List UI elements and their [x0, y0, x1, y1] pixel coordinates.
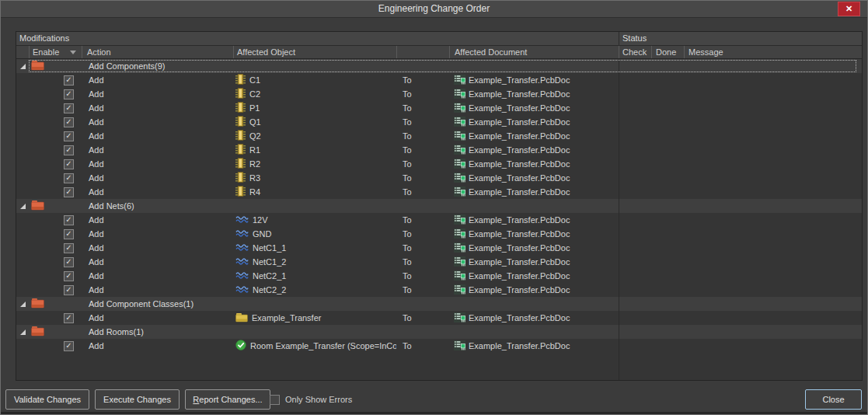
enable-checkbox[interactable]: ✓ — [64, 271, 74, 281]
modification-row[interactable]: ✓ Add 12V To Example_Transfer.PcbDoc — [16, 213, 862, 227]
expand-triangle-icon[interactable] — [20, 204, 26, 209]
component-icon — [235, 102, 246, 114]
affected-document-label: Example_Transfer.PcbDoc — [469, 145, 570, 155]
object-icon-slot — [235, 215, 249, 225]
affected-object-label: R4 — [249, 187, 260, 197]
affected-document-cell: Example_Transfer.PcbDoc — [449, 214, 619, 226]
preposition-cell: To — [396, 341, 449, 350]
expand-triangle-icon[interactable] — [20, 64, 26, 69]
affected-document-cell: Example_Transfer.PcbDoc — [449, 173, 619, 184]
enable-checkbox[interactable]: ✓ — [64, 243, 74, 253]
status-column-separator — [619, 59, 619, 380]
modification-row[interactable]: ✓ Add Room Example_Transfer (Scope=InCor… — [16, 339, 862, 353]
enable-checkbox[interactable]: ✓ — [64, 187, 74, 197]
modification-row[interactable]: ✓ Add R2 To Example_Transfer.PcbDoc — [16, 157, 862, 171]
only-show-errors-label[interactable]: Only Show Errors — [285, 395, 352, 405]
enable-checkbox[interactable]: ✓ — [64, 117, 74, 127]
enable-checkbox[interactable]: ✓ — [64, 145, 74, 155]
modification-row[interactable]: ✓ Add Q1 To Example_Transfer.PcbDoc — [16, 115, 862, 129]
affected-document-column-header[interactable]: Affected Document — [449, 46, 619, 58]
message-column-header[interactable]: Message — [684, 46, 862, 58]
report-changes-button[interactable]: Report Changes... — [185, 389, 270, 410]
folder-icon-orange — [31, 326, 44, 338]
pcbdoc-icon — [454, 117, 465, 128]
pcbdoc-icon — [454, 284, 465, 296]
expand-triangle-icon[interactable] — [20, 302, 26, 307]
component-icon — [235, 130, 246, 142]
preposition-cell: To — [396, 89, 449, 99]
close-button[interactable]: ✕ — [838, 2, 860, 16]
enable-checkbox[interactable]: ✓ — [64, 257, 74, 267]
document-icon-slot — [454, 284, 465, 296]
enable-checkbox[interactable]: ✓ — [64, 313, 74, 323]
modification-row[interactable]: ✓ Add NetC2_1 To Example_Transfer.PcbDoc — [16, 269, 862, 283]
enable-checkbox[interactable]: ✓ — [64, 229, 74, 239]
enable-checkbox[interactable]: ✓ — [64, 103, 74, 113]
title-bar[interactable]: Engineering Change Order ✕ — [1, 1, 867, 18]
execute-changes-button[interactable]: Execute Changes — [95, 389, 180, 410]
modification-row[interactable]: ✓ Add NetC2_2 To Example_Transfer.PcbDoc — [16, 283, 862, 297]
modification-row[interactable]: ✓ Add C1 To Example_Transfer.PcbDoc — [16, 73, 862, 87]
enable-checkbox[interactable]: ✓ — [64, 173, 74, 183]
expand-collapse-control[interactable] — [16, 302, 29, 307]
affected-document-cell: Example_Transfer.PcbDoc — [449, 131, 619, 142]
enable-column-header[interactable]: Enable — [29, 46, 82, 58]
expand-collapse-control[interactable] — [16, 330, 29, 335]
modification-row[interactable]: ✓ Add NetC1_2 To Example_Transfer.PcbDoc — [16, 255, 862, 269]
component-icon — [235, 172, 246, 184]
affected-object-label: Q2 — [249, 131, 261, 141]
modification-row[interactable]: ✓ Add Q2 To Example_Transfer.PcbDoc — [16, 129, 862, 143]
group-label: Add Rooms(1) — [89, 327, 144, 337]
object-icon-slot — [235, 271, 249, 281]
enable-checkbox[interactable]: ✓ — [64, 159, 74, 169]
action-cell: Add — [82, 215, 233, 225]
modification-row[interactable]: ✓ Add NetC1_1 To Example_Transfer.PcbDoc — [16, 241, 862, 255]
group-row[interactable]: Add Components(9) — [16, 59, 862, 73]
modification-row[interactable]: ✓ Add C2 To Example_Transfer.PcbDoc — [16, 87, 862, 101]
affected-object-cell: Q2 — [233, 130, 396, 142]
expand-collapse-control[interactable] — [16, 204, 29, 209]
done-column-header[interactable]: Done — [651, 46, 684, 58]
preposition-column-header[interactable] — [396, 46, 449, 58]
enable-checkbox[interactable]: ✓ — [64, 215, 74, 225]
object-icon-slot — [235, 116, 246, 128]
enable-checkbox[interactable]: ✓ — [64, 75, 74, 85]
document-icon-slot — [454, 228, 465, 240]
modification-row[interactable]: ✓ Add R1 To Example_Transfer.PcbDoc — [16, 143, 862, 157]
close-dialog-button[interactable]: Close — [805, 389, 862, 410]
only-show-errors-checkbox[interactable] — [270, 395, 280, 405]
affected-document-cell: Example_Transfer.PcbDoc — [449, 284, 619, 296]
affected-document-cell: Example_Transfer.PcbDoc — [449, 75, 619, 86]
validate-changes-button[interactable]: Validate Changes — [5, 389, 89, 410]
modification-row[interactable]: ✓ Add Example_Transfer To Example_Transf… — [16, 311, 862, 325]
affected-object-label: P1 — [249, 103, 260, 113]
enable-checkbox[interactable]: ✓ — [64, 89, 74, 99]
enable-checkbox[interactable]: ✓ — [64, 341, 74, 351]
affected-object-label: NetC2_1 — [253, 271, 286, 281]
expand-triangle-icon[interactable] — [20, 330, 26, 335]
document-icon-slot — [454, 256, 465, 268]
modification-row[interactable]: ✓ Add R3 To Example_Transfer.PcbDoc — [16, 171, 862, 185]
pcbdoc-icon — [454, 89, 465, 100]
pcbdoc-icon — [454, 312, 465, 324]
affected-document-cell: Example_Transfer.PcbDoc — [449, 270, 619, 282]
modification-row[interactable]: ✓ Add R4 To Example_Transfer.PcbDoc — [16, 185, 862, 199]
group-row[interactable]: Add Rooms(1) — [16, 325, 862, 339]
check-column-header[interactable]: Check — [619, 46, 651, 58]
affected-object-label: NetC2_2 — [253, 285, 286, 295]
enable-checkbox[interactable]: ✓ — [64, 131, 74, 141]
modification-row[interactable]: ✓ Add GND To Example_Transfer.PcbDoc — [16, 227, 862, 241]
group-label: Add Components(9) — [89, 61, 165, 71]
enable-checkbox[interactable]: ✓ — [64, 285, 74, 295]
expand-collapse-control[interactable] — [16, 64, 29, 69]
preposition-cell: To — [396, 187, 449, 197]
enable-filter-icon[interactable] — [70, 51, 76, 54]
folder-icon-orange — [31, 60, 44, 72]
modification-row[interactable]: ✓ Add P1 To Example_Transfer.PcbDoc — [16, 101, 862, 115]
component-icon — [235, 74, 246, 86]
action-column-header[interactable]: Action — [82, 46, 233, 58]
group-row[interactable]: Add Nets(6) — [16, 199, 862, 213]
group-row[interactable]: Add Component Classes(1) — [16, 297, 862, 311]
object-icon-slot — [235, 130, 246, 142]
affected-object-column-header[interactable]: Affected Object — [233, 46, 396, 58]
